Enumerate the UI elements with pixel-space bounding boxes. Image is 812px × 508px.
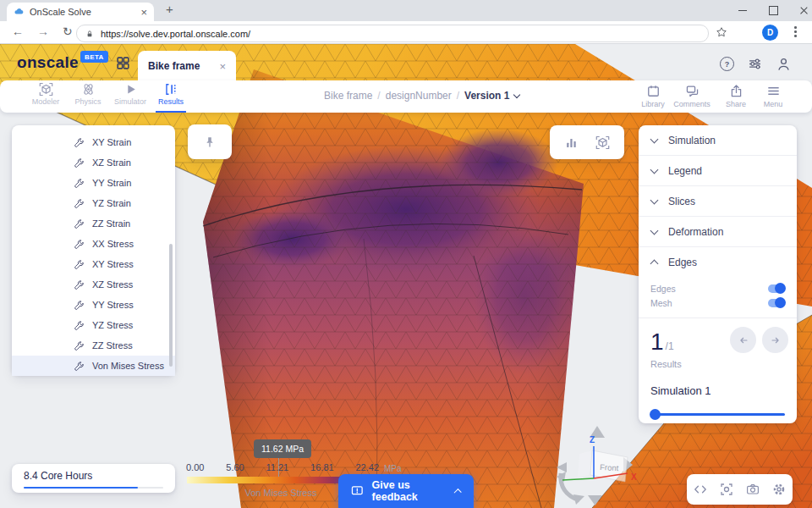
feedback-button[interactable]: Give us feedback <box>338 474 474 508</box>
nav-results[interactable]: Results <box>149 82 193 106</box>
pin-panel-button[interactable] <box>188 124 232 159</box>
chevron-down-icon[interactable] <box>513 91 520 97</box>
results-field-panel: XY Strain XZ Strain YY Strain YZ Strain … <box>12 125 175 375</box>
menu-icon <box>766 84 781 98</box>
section-label: Simulation <box>668 135 716 146</box>
version-selector[interactable]: Version 1 <box>464 90 509 102</box>
chevron-down-icon <box>650 135 659 143</box>
person-icon <box>776 57 791 71</box>
tab-close-icon[interactable]: × <box>140 7 147 18</box>
browser-avatar[interactable]: D <box>762 25 778 41</box>
browser-tab[interactable]: OnScale Solve × <box>7 3 154 21</box>
help-icon: ? <box>720 57 734 71</box>
list-item[interactable]: YZ Strain <box>12 193 175 213</box>
focus-button focus-icon[interactable] <box>720 483 733 496</box>
legend-tick: 22.42 <box>355 462 379 472</box>
wrench-icon <box>74 178 85 189</box>
nav-simulator[interactable]: Simulator <box>108 82 152 106</box>
list-item-selected[interactable]: Von Mises Stress <box>12 356 175 376</box>
url-text[interactable]: https://solve.dev.portal.onscale.com/ <box>101 29 250 39</box>
bookmark-star-icon[interactable] <box>716 26 727 38</box>
slider-knob[interactable] <box>650 409 661 420</box>
cube-side-face[interactable] <box>578 450 592 477</box>
list-item[interactable]: XZ Strain <box>12 152 175 173</box>
share-button[interactable]: Share <box>716 84 756 108</box>
preferences-button[interactable] <box>748 57 762 71</box>
simulation-name: Simulation 1 <box>650 384 785 397</box>
nav-physics[interactable]: Physics <box>66 82 110 106</box>
nav-physics-label: Physics <box>66 97 110 106</box>
view-arrow-down[interactable] <box>588 495 602 505</box>
arrow-left-icon <box>738 334 749 346</box>
account-button[interactable] <box>776 57 791 71</box>
wrench-icon <box>74 279 85 290</box>
browser-menu-icon[interactable] <box>794 26 797 39</box>
edges-toggle[interactable] <box>768 284 785 293</box>
breadcrumb-project[interactable]: Bike frame <box>324 90 372 102</box>
document-tab-close-icon[interactable]: × <box>219 60 226 73</box>
help-button[interactable]: ? <box>720 57 734 71</box>
legend-tick: 16.81 <box>310 462 334 472</box>
document-tab[interactable]: Bike frame × <box>138 51 236 81</box>
section-simulation[interactable]: Simulation <box>639 125 797 156</box>
section-edges[interactable]: Edges <box>639 247 797 277</box>
list-item[interactable]: XX Stress <box>12 234 175 254</box>
view-arrow-left[interactable] <box>557 462 567 472</box>
breadcrumb-design[interactable]: designNumber <box>386 90 452 102</box>
section-deformation[interactable]: Deformation <box>639 217 797 247</box>
refresh-button[interactable]: ↻ <box>63 25 73 38</box>
results-icon <box>164 82 178 97</box>
list-item-label: YY Strain <box>92 178 131 188</box>
list-item[interactable]: XZ Stress <box>12 274 175 295</box>
section-label: Deformation <box>668 226 723 238</box>
list-item[interactable]: ZZ Stress <box>12 335 175 356</box>
chevron-down-icon <box>650 226 659 235</box>
window-close-button[interactable] <box>788 0 812 21</box>
window-minimize-button[interactable] <box>727 0 758 21</box>
pager-prev-button[interactable] <box>730 327 756 353</box>
back-button[interactable]: ← <box>12 25 24 38</box>
rotate-arrowhead-bottom[interactable] <box>573 494 584 505</box>
settings-button gear-icon[interactable] <box>772 483 786 496</box>
address-bar[interactable]: https://solve.dev.portal.onscale.com/ <box>76 25 709 42</box>
apps-grid-icon[interactable] <box>116 56 130 70</box>
mesh-toggle[interactable] <box>768 299 785 307</box>
x-axis-label: X <box>631 472 637 482</box>
list-scrollbar[interactable] <box>169 244 173 367</box>
cube-front-label[interactable]: Front <box>600 462 619 472</box>
section-label: Slices <box>668 196 695 207</box>
nav-modeler[interactable]: Modeler <box>24 82 68 106</box>
section-slices[interactable]: Slices <box>639 186 797 217</box>
chevron-up-icon[interactable] <box>453 489 461 496</box>
slider-track[interactable] <box>650 413 785 416</box>
feedback-label: Give us feedback <box>372 479 447 503</box>
legend-unit: MPa <box>384 464 402 473</box>
section-legend[interactable]: Legend <box>639 156 797 186</box>
pager-current: 1 <box>650 329 664 356</box>
pager-caption: Results <box>650 359 785 369</box>
code-button code-icon[interactable] <box>694 483 707 496</box>
list-item[interactable]: YY Strain <box>12 173 175 193</box>
beta-badge: BETA <box>80 51 108 63</box>
library-button[interactable]: Library <box>633 84 673 108</box>
list-item[interactable]: XY Stress <box>12 254 175 274</box>
list-item-label: ZZ Stress <box>92 340 133 351</box>
comments-button[interactable]: Comments <box>672 84 712 108</box>
pager-next-button[interactable] <box>762 327 788 353</box>
breadcrumb: Bike frame / designNumber / Version 1 <box>324 90 519 102</box>
list-item[interactable]: ZZ Strain <box>12 213 175 234</box>
window-maximize-button[interactable] <box>758 0 788 21</box>
list-item[interactable]: YY Stress <box>12 295 175 315</box>
new-tab-button[interactable]: + <box>166 2 173 16</box>
navigation-cube[interactable]: Front Z X <box>546 419 651 508</box>
fit-model-button cube-icon[interactable] <box>595 135 610 150</box>
simulation-slider[interactable] <box>650 408 785 420</box>
simulator-icon <box>123 82 138 97</box>
screenshot-button camera-icon[interactable] <box>746 483 760 496</box>
chart-button bar-chart-icon[interactable] <box>564 135 579 150</box>
physics-icon <box>81 82 96 97</box>
menu-button[interactable]: Menu <box>753 84 793 108</box>
forward-button[interactable]: → <box>37 25 49 38</box>
list-item[interactable]: XY Strain <box>12 132 175 152</box>
list-item[interactable]: YZ Stress <box>12 315 175 335</box>
